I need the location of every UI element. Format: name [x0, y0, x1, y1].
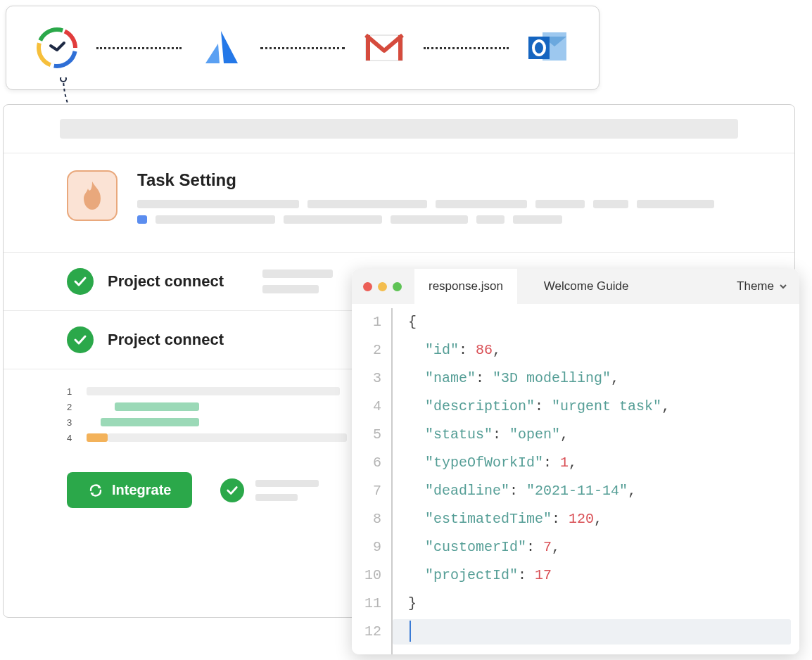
integration-bar — [6, 6, 600, 90]
gantt-row-num: 2 — [67, 402, 77, 412]
integrate-button[interactable]: Integrate — [67, 472, 192, 508]
sync-icon — [88, 483, 103, 498]
connector-dots — [424, 47, 509, 49]
tab-welcome-guide[interactable]: Welcome Guide — [530, 269, 643, 304]
editor-titlebar: response.json Welcome Guide Theme — [352, 269, 799, 304]
awork-clock-icon — [34, 25, 80, 70]
window-controls[interactable] — [363, 282, 402, 291]
svg-rect-5 — [366, 35, 370, 61]
gantt-row-num: 1 — [67, 386, 77, 397]
theme-label: Theme — [737, 279, 774, 293]
theme-select[interactable]: Theme — [737, 279, 788, 293]
integrate-label: Integrate — [112, 482, 171, 498]
check-icon — [220, 478, 244, 502]
minimize-icon[interactable] — [378, 282, 387, 291]
atlassian-icon — [198, 25, 243, 70]
connector-dots — [96, 47, 182, 49]
tab-response-json[interactable]: response.json — [414, 269, 517, 304]
connect-label: Project connect — [108, 331, 248, 349]
connect-label: Project connect — [108, 272, 248, 291]
close-icon[interactable] — [363, 282, 372, 291]
page-title: Task Setting — [137, 170, 731, 190]
outlook-icon — [526, 25, 571, 70]
check-icon — [67, 326, 94, 353]
code-content[interactable]: { "id": 86, "name": "3D modelling", "des… — [393, 308, 799, 654]
gantt-row-num: 3 — [67, 417, 77, 428]
flame-icon — [67, 170, 118, 221]
chevron-down-icon — [778, 281, 788, 291]
header-section: Task Setting — [4, 153, 794, 252]
gmail-icon — [362, 25, 407, 70]
line-gutter: 1 2 3 4 5 6 7 8 9 10 11 12 — [352, 308, 393, 654]
gantt-row-num: 4 — [67, 433, 77, 443]
breadcrumb-placeholder — [4, 105, 794, 153]
check-icon — [67, 268, 94, 295]
svg-rect-6 — [398, 35, 402, 61]
editor-body[interactable]: 1 2 3 4 5 6 7 8 9 10 11 12 { "id": 86, "… — [352, 304, 799, 654]
maximize-icon[interactable] — [393, 282, 402, 291]
connector-dots — [260, 47, 345, 49]
code-editor: response.json Welcome Guide Theme 1 2 3 … — [352, 269, 799, 654]
